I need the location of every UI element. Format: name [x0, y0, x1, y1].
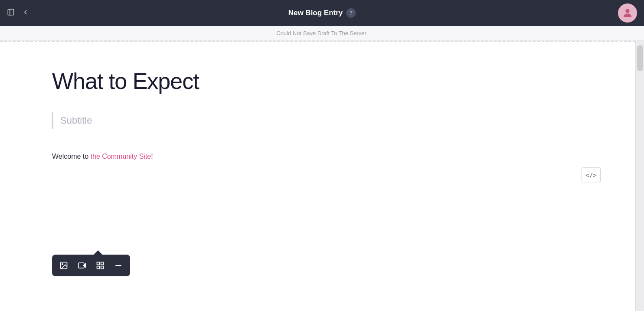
insert-grid-button[interactable]	[92, 257, 108, 274]
subtitle-border-decoration	[52, 112, 53, 129]
scrollbar-thumb[interactable]	[637, 45, 643, 71]
insert-image-button[interactable]	[56, 257, 72, 274]
svg-point-2	[625, 9, 629, 13]
insert-video-button[interactable]	[74, 257, 90, 274]
svg-rect-9	[97, 266, 100, 269]
top-bar-center: New Blog Entry ?	[288, 8, 356, 18]
svg-marker-6	[83, 264, 85, 267]
welcome-text-after: !	[151, 153, 153, 160]
status-message: Could Not Save Draft To The Server.	[276, 30, 368, 36]
editor-area[interactable]: What to Expect Subtitle Welcome to the C…	[0, 41, 635, 311]
floating-insert-toolbar	[52, 255, 130, 276]
blog-title[interactable]: What to Expect	[52, 68, 583, 95]
svg-rect-7	[97, 262, 100, 265]
svg-rect-0	[8, 9, 14, 15]
top-navigation-bar: New Blog Entry ?	[0, 0, 644, 26]
code-toggle-button[interactable]: </>	[582, 167, 601, 183]
insert-divider-button[interactable]	[110, 257, 127, 274]
sidebar-toggle-icon[interactable]	[7, 8, 15, 18]
welcome-link[interactable]: the Community Site	[91, 153, 151, 160]
svg-rect-8	[101, 262, 104, 265]
code-icon: </>	[585, 172, 596, 179]
toolbar-pointer-decoration	[94, 250, 102, 255]
status-bar: Could Not Save Draft To The Server.	[0, 26, 644, 41]
editor-inner: What to Expect Subtitle Welcome to the C…	[0, 42, 635, 206]
page-title: New Blog Entry	[288, 9, 343, 17]
svg-rect-10	[101, 266, 104, 269]
subtitle-input[interactable]: Subtitle	[60, 115, 92, 126]
help-icon[interactable]: ?	[346, 8, 356, 18]
scrollbar-area[interactable]	[635, 41, 644, 311]
main-content: What to Expect Subtitle Welcome to the C…	[0, 41, 644, 311]
welcome-text: Welcome to the Community Site!	[52, 151, 583, 162]
svg-point-4	[62, 264, 63, 265]
back-button[interactable]	[22, 8, 29, 18]
top-bar-left	[7, 8, 29, 18]
subtitle-wrapper: Subtitle	[52, 112, 583, 129]
top-bar-right	[618, 3, 637, 23]
avatar[interactable]	[618, 3, 637, 23]
welcome-text-before: Welcome to	[52, 153, 91, 160]
